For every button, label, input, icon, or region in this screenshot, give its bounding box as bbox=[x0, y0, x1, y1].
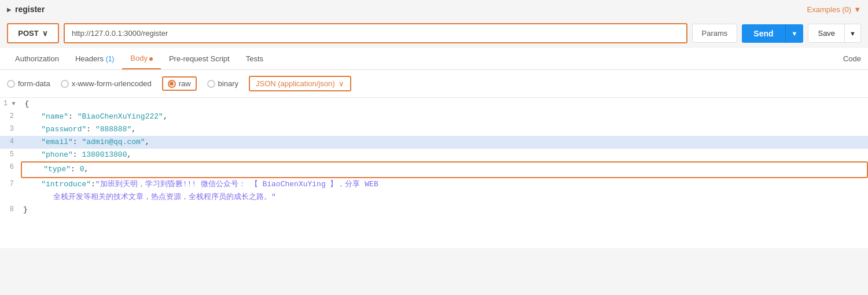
code-line-4: 4 "email": "admin@qq.com", bbox=[0, 136, 868, 149]
tab-headers[interactable]: Headers (1) bbox=[67, 49, 122, 69]
tab-pre-request-script-label: Pre-request Script bbox=[169, 54, 230, 63]
line-number-3: 3 bbox=[0, 123, 21, 135]
raw-option[interactable]: raw bbox=[168, 79, 191, 88]
body-dot bbox=[149, 57, 153, 61]
code-line-7: 7 "introduce":"加班到天明，学习到昏厥!!! 微信公众号： 【 B… bbox=[0, 178, 868, 204]
form-data-label: form-data bbox=[18, 79, 50, 88]
binary-radio[interactable] bbox=[207, 80, 215, 88]
collapse-arrow-1[interactable]: ▼ bbox=[12, 101, 15, 107]
method-chevron-icon: ∨ bbox=[42, 29, 48, 38]
method-label: POST bbox=[18, 29, 38, 38]
save-btn-group: Save ▼ bbox=[808, 24, 861, 43]
line-number-8: 8 bbox=[0, 204, 21, 215]
line-content-7: "introduce":"加班到天明，学习到昏厥!!! 微信公众号： 【 Bia… bbox=[21, 178, 868, 204]
url-input[interactable]: http://127.0.0.1:3000/register bbox=[64, 23, 687, 43]
line-number-1: 1 ▼ bbox=[0, 98, 22, 109]
app-container: ▶ register Examples (0) ▼ POST ∨ http://… bbox=[0, 0, 868, 295]
line-content-5: "phone": 1380013800, bbox=[21, 149, 868, 161]
tab-authorization[interactable]: Authorization bbox=[7, 49, 67, 69]
send-dropdown-button[interactable]: ▼ bbox=[785, 24, 804, 43]
tab-body[interactable]: Body bbox=[122, 48, 161, 69]
params-button[interactable]: Params bbox=[692, 24, 738, 43]
line-content-2: "name": "BiaoChenXuYing222", bbox=[21, 110, 868, 123]
tab-body-label: Body bbox=[130, 54, 148, 62]
raw-label: raw bbox=[179, 79, 191, 88]
examples-label: Examples (0) bbox=[807, 5, 852, 14]
tab-tests-label: Tests bbox=[246, 54, 263, 63]
urlencoded-radio[interactable] bbox=[61, 80, 69, 88]
line-content-4: "email": "admin@qq.com", bbox=[21, 136, 868, 149]
line-number-7: 7 bbox=[0, 178, 21, 190]
code-line-2: 2 "name": "BiaoChenXuYing222", bbox=[0, 110, 868, 123]
request-name: register bbox=[15, 5, 45, 14]
tab-tests[interactable]: Tests bbox=[238, 49, 271, 69]
tabs-bar: Authorization Headers (1) Body Pre-reque… bbox=[0, 48, 868, 70]
line-content-1: { bbox=[22, 98, 868, 110]
urlencoded-option[interactable]: x-www-form-urlencoded bbox=[61, 79, 152, 88]
line-content-6: "type": 0, bbox=[21, 161, 868, 178]
line-number-6: 6 bbox=[0, 161, 21, 173]
code-line-5: 5 "phone": 1380013800, bbox=[0, 149, 868, 161]
json-format-chevron-icon: ∨ bbox=[339, 79, 344, 88]
code-line-1: 1 ▼ { bbox=[0, 98, 868, 110]
url-bar: POST ∨ http://127.0.0.1:3000/register Pa… bbox=[0, 19, 868, 48]
expand-icon[interactable]: ▶ bbox=[7, 6, 12, 13]
code-editor[interactable]: 1 ▼ { 2 "name": "BiaoChenXuYing222", 3 "… bbox=[0, 98, 868, 248]
headers-badge: (1) bbox=[106, 55, 115, 63]
urlencoded-label: x-www-form-urlencoded bbox=[72, 79, 152, 88]
tab-pre-request-script[interactable]: Pre-request Script bbox=[161, 49, 238, 69]
examples-chevron-icon: ▼ bbox=[854, 5, 861, 14]
request-title-bar: ▶ register Examples (0) ▼ bbox=[0, 0, 868, 19]
code-line-3: 3 "password": "888888", bbox=[0, 123, 868, 136]
body-options: form-data x-www-form-urlencoded raw bina… bbox=[0, 70, 868, 98]
form-data-option[interactable]: form-data bbox=[7, 79, 50, 88]
line-number-5: 5 bbox=[0, 149, 21, 160]
save-button[interactable]: Save bbox=[808, 24, 845, 43]
method-selector[interactable]: POST ∨ bbox=[7, 23, 59, 43]
code-line-6: 6 "type": 0, bbox=[0, 161, 868, 178]
tab-headers-label: Headers bbox=[75, 54, 106, 63]
line-number-4: 4 bbox=[0, 136, 21, 148]
line-content-3: "password": "888888", bbox=[21, 123, 868, 136]
line-number-2: 2 bbox=[0, 110, 21, 122]
tab-authorization-label: Authorization bbox=[15, 54, 59, 63]
binary-option[interactable]: binary bbox=[207, 79, 238, 88]
code-line-8: 8 } bbox=[0, 204, 868, 216]
send-button[interactable]: Send bbox=[742, 24, 785, 43]
examples-link[interactable]: Examples (0) ▼ bbox=[807, 5, 861, 14]
form-data-radio[interactable] bbox=[7, 80, 15, 88]
code-link[interactable]: Code bbox=[843, 54, 861, 63]
raw-radio[interactable] bbox=[168, 80, 176, 88]
send-btn-group: Send ▼ bbox=[742, 24, 803, 43]
line-content-8: } bbox=[21, 204, 868, 216]
json-format-label: JSON (application/json) bbox=[256, 79, 335, 88]
raw-option-box[interactable]: raw bbox=[162, 76, 197, 91]
save-dropdown-button[interactable]: ▼ bbox=[845, 24, 861, 43]
binary-label: binary bbox=[218, 79, 238, 88]
json-format-dropdown[interactable]: JSON (application/json) ∨ bbox=[249, 76, 351, 91]
